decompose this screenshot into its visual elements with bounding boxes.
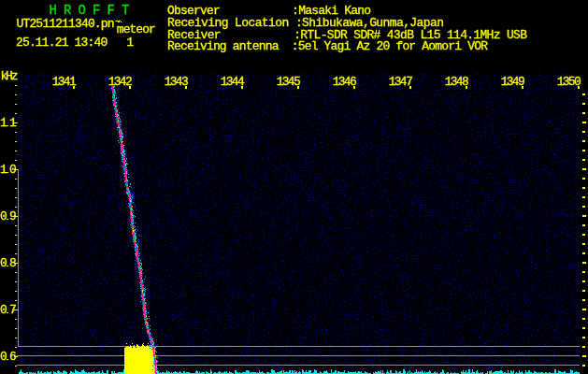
svg-text:1: 1 [9, 116, 17, 130]
svg-text:0: 0 [0, 256, 7, 270]
svg-text:0: 0 [0, 350, 7, 364]
svg-text:Receiving antenna :5el Yagi A: Receiving antenna :5el Yagi Az 20 for Ao… [167, 39, 488, 53]
svg-text:1350: 1350 [557, 75, 581, 89]
svg-text:1343: 1343 [165, 75, 189, 89]
svg-text:meteor: meteor [117, 22, 156, 36]
svg-text:0: 0 [9, 163, 17, 177]
svg-text:25.11.21 13:40 1: 25.11.21 13:40 1 [16, 36, 134, 50]
svg-text:UT2511211340.png: UT2511211340.png [17, 17, 122, 31]
svg-text:1348: 1348 [445, 75, 469, 89]
svg-text:1: 1 [0, 163, 7, 177]
svg-text:1: 1 [0, 116, 7, 130]
svg-text:1344: 1344 [221, 75, 245, 89]
svg-text:6: 6 [9, 350, 17, 364]
svg-text:0: 0 [0, 209, 7, 223]
svg-text:8: 8 [9, 256, 17, 270]
svg-text:kHz: kHz [1, 69, 19, 83]
svg-text:9: 9 [9, 209, 17, 223]
svg-text:0: 0 [0, 303, 7, 317]
svg-text:1349: 1349 [501, 75, 525, 89]
svg-text:1342: 1342 [108, 75, 133, 89]
svg-text:1347: 1347 [389, 75, 413, 89]
svg-text:1345: 1345 [277, 75, 301, 89]
svg-text:1346: 1346 [333, 75, 357, 89]
svg-text:7: 7 [9, 303, 17, 317]
svg-text:1341: 1341 [52, 75, 77, 89]
svg-text:H R O F F T: H R O F F T [50, 3, 130, 18]
